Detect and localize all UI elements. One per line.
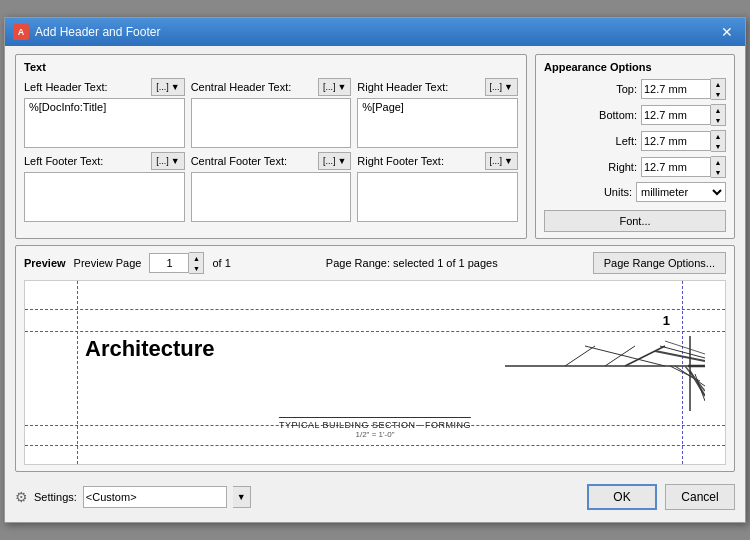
footer-title-text: TYPICAL BUILDING SECTION - FORMING [279,420,471,430]
central-footer-label: Central Footer Text: [191,155,287,167]
right-footer-insert-btn[interactable]: [...] ▼ [485,152,518,170]
text-section-label: Text [24,61,518,73]
right-up-arrow[interactable]: ▲ [711,157,725,167]
header-fields-row: Left Header Text: [...] ▼ %[DocInfo:Titl… [24,78,518,148]
left-down-arrow[interactable]: ▼ [711,141,725,151]
sketch-drawing [505,336,705,411]
central-footer-insert-btn[interactable]: [...] ▼ [318,152,351,170]
title-bar: A Add Header and Footer ✕ [5,18,745,46]
preview-canvas: Architecture 1 [24,280,726,465]
header-line-bottom [25,331,725,332]
right-footer-label-row: Right Footer Text: [...] ▼ [357,152,518,170]
preview-down-arrow[interactable]: ▼ [189,263,203,273]
central-header-label: Central Header Text: [191,81,292,93]
right-header-group: Right Header Text: [...] ▼ %[Page] [357,78,518,148]
preview-section: Preview Preview Page ▲ ▼ of 1 Page Range… [15,245,735,472]
top-spin-wrap: ▲ ▼ [641,78,726,100]
page-number-preview: 1 [663,313,670,328]
central-footer-group: Central Footer Text: [...] ▼ [191,152,352,222]
central-footer-label-row: Central Footer Text: [...] ▼ [191,152,352,170]
left-footer-label-row: Left Footer Text: [...] ▼ [24,152,185,170]
settings-label: Settings: [34,491,77,503]
left-footer-insert-btn[interactable]: [...] ▼ [151,152,184,170]
right-header-insert-btn[interactable]: [...] ▼ [485,78,518,96]
bottom-buttons: OK Cancel [587,484,735,510]
right-footer-group: Right Footer Text: [...] ▼ [357,152,518,222]
right-header-input[interactable]: %[Page] [357,98,518,148]
bottom-input[interactable] [641,105,711,125]
left-spin-arrows: ▲ ▼ [711,130,726,152]
central-footer-input[interactable] [191,172,352,222]
text-section: Text Left Header Text: [...] ▼ %[DocInfo… [15,54,527,239]
central-header-insert-btn[interactable]: [...] ▼ [318,78,351,96]
bottom-spin-arrows: ▲ ▼ [711,104,726,126]
left-footer-label: Left Footer Text: [24,155,103,167]
ok-button[interactable]: OK [587,484,657,510]
preview-label: Preview [24,257,66,269]
page-range-options-button[interactable]: Page Range Options... [593,252,726,274]
left-header-insert-btn[interactable]: [...] ▼ [151,78,184,96]
svg-line-12 [695,374,705,401]
central-header-label-row: Central Header Text: [...] ▼ [191,78,352,96]
header-architecture-text: Architecture [85,336,215,362]
bottom-up-arrow[interactable]: ▲ [711,105,725,115]
settings-dropdown-btn[interactable]: ▼ [233,486,251,508]
bottom-down-arrow[interactable]: ▼ [711,115,725,125]
left-header-group: Left Header Text: [...] ▼ %[DocInfo:Titl… [24,78,185,148]
top-up-arrow[interactable]: ▲ [711,79,725,89]
dialog-title: Add Header and Footer [35,25,160,39]
top-margin-row: Top: ▲ ▼ [544,78,726,100]
left-footer-input[interactable] [24,172,185,222]
right-spin-arrows: ▲ ▼ [711,156,726,178]
right-down-arrow[interactable]: ▼ [711,167,725,177]
font-button[interactable]: Font... [544,210,726,232]
central-header-group: Central Header Text: [...] ▼ [191,78,352,148]
page-range-label: Page Range: [326,257,390,269]
preview-controls: Preview Preview Page ▲ ▼ of 1 Page Range… [24,252,726,274]
right-spin-wrap: ▲ ▼ [641,156,726,178]
right-input[interactable] [641,157,711,177]
settings-input[interactable] [83,486,227,508]
gear-icon: ⚙ [15,489,28,505]
top-label: Top: [592,83,637,95]
preview-up-arrow[interactable]: ▲ [189,253,203,263]
bottom-label: Bottom: [592,109,637,121]
bottom-bar: ⚙ Settings: ▼ OK Cancel [15,480,735,514]
dialog-window: A Add Header and Footer ✕ Text Left Head… [4,17,746,523]
top-input[interactable] [641,79,711,99]
left-input[interactable] [641,131,711,151]
left-label: Left: [592,135,637,147]
cancel-button[interactable]: Cancel [665,484,735,510]
central-header-input[interactable] [191,98,352,148]
preview-page-spin: ▲ ▼ [149,252,204,274]
dialog-body: Text Left Header Text: [...] ▼ %[DocInfo… [5,46,745,522]
right-header-label-row: Right Header Text: [...] ▼ [357,78,518,96]
top-sections: Text Left Header Text: [...] ▼ %[DocInfo… [15,54,735,239]
right-header-label: Right Header Text: [357,81,448,93]
right-footer-input[interactable] [357,172,518,222]
bottom-margin-row: Bottom: ▲ ▼ [544,104,726,126]
page-range-value: selected 1 of 1 pages [393,257,498,269]
bottom-spin-wrap: ▲ ▼ [641,104,726,126]
left-footer-group: Left Footer Text: [...] ▼ [24,152,185,222]
right-label: Right: [592,161,637,173]
footer-text-preview: TYPICAL BUILDING SECTION - FORMING 1/2" … [279,417,471,439]
footer-line-bottom [25,445,725,446]
dialog-icon: A [13,24,29,40]
preview-spin-arrows: ▲ ▼ [189,252,204,274]
left-margin-row: Left: ▲ ▼ [544,130,726,152]
preview-page-static: Preview Page [74,257,142,269]
svg-line-2 [565,346,595,366]
title-bar-left: A Add Header and Footer [13,24,160,40]
page-range-info: Page Range: selected 1 of 1 pages [239,257,585,269]
appearance-label: Appearance Options [544,61,726,73]
top-down-arrow[interactable]: ▼ [711,89,725,99]
footer-fields-row: Left Footer Text: [...] ▼ Central Footer… [24,152,518,222]
close-button[interactable]: ✕ [717,22,737,42]
left-up-arrow[interactable]: ▲ [711,131,725,141]
units-select[interactable]: millimeter inch point [636,182,726,202]
left-header-input[interactable]: %[DocInfo:Title] [24,98,185,148]
footer-subtitle-text: 1/2" = 1'-0" [279,430,471,439]
right-margin-row: Right: ▲ ▼ [544,156,726,178]
preview-page-input[interactable] [149,253,189,273]
